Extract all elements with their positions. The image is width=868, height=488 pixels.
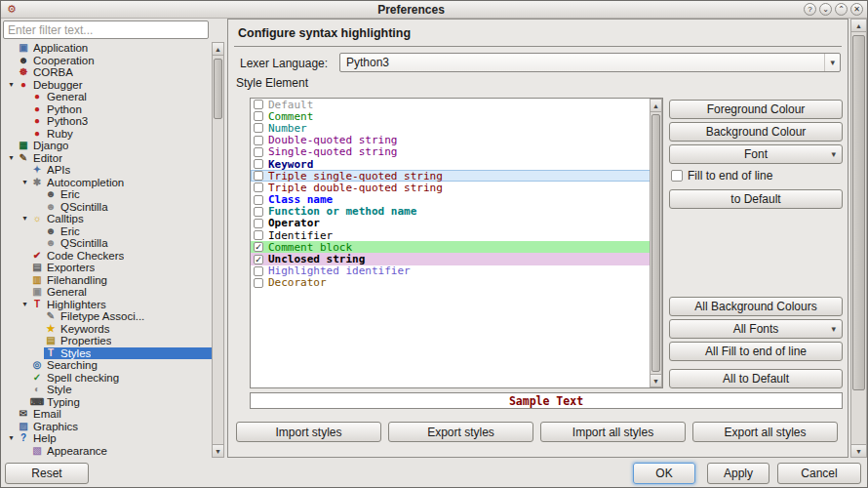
- sidebar-item-filetype-associ[interactable]: ✎Filetype Associ...: [3, 310, 212, 323]
- style-list-scrollbar[interactable]: ▲ ▼: [650, 99, 662, 387]
- scroll-up-icon[interactable]: ▲: [651, 100, 661, 112]
- sidebar-item-code-checkers[interactable]: ✔Code Checkers: [3, 250, 212, 263]
- sidebar-item-apis[interactable]: ✦APIs: [3, 164, 212, 177]
- scroll-down-icon[interactable]: ▼: [651, 374, 661, 386]
- sidebar-item-spell-checking[interactable]: ✓Spell checking: [3, 372, 212, 385]
- style-row-default[interactable]: Default: [251, 99, 662, 110]
- style-row-number[interactable]: Number: [251, 122, 662, 134]
- import-styles-button[interactable]: Import styles: [236, 422, 381, 442]
- style-row-function-or-method-name[interactable]: Function or method name: [251, 206, 662, 218]
- expander-icon[interactable]: ▾: [6, 152, 17, 164]
- style-checkbox[interactable]: [254, 123, 263, 133]
- list-scrollbar-thumb[interactable]: [651, 114, 660, 372]
- style-checkbox[interactable]: ✓: [254, 255, 263, 264]
- style-row-triple-double-quoted-string[interactable]: Triple double-quoted string: [251, 182, 662, 193]
- sidebar-item-searching[interactable]: ◎Searching: [3, 359, 212, 372]
- style-row-highlighted-identifier[interactable]: Highlighted identifier: [251, 265, 662, 277]
- main-scrollbar[interactable]: ▲ ▼: [850, 19, 867, 458]
- scroll-up-icon[interactable]: ▲: [213, 43, 223, 56]
- help-button[interactable]: ?: [804, 3, 816, 16]
- sidebar-item-autocompletion[interactable]: ▾✱Autocompletion: [3, 177, 212, 189]
- style-row-decorator[interactable]: Decorator: [251, 277, 662, 289]
- sidebar-item-typing[interactable]: ⌨Typing: [3, 396, 212, 409]
- sidebar-item-general[interactable]: ▣General: [3, 286, 212, 299]
- style-checkbox[interactable]: [254, 111, 263, 121]
- expander-icon[interactable]: ▾: [6, 432, 17, 444]
- expander-icon[interactable]: ▾: [20, 299, 30, 310]
- style-row-comment[interactable]: Comment: [251, 110, 662, 122]
- scroll-down-icon[interactable]: ▼: [851, 444, 866, 457]
- sidebar-item-keywords[interactable]: ★Keywords: [3, 323, 212, 336]
- expander-icon[interactable]: ▾: [20, 177, 30, 188]
- filter-input[interactable]: [3, 20, 209, 39]
- sidebar-item-styles[interactable]: TStyles: [3, 347, 212, 360]
- sidebar-item-ruby[interactable]: ●Ruby: [3, 128, 212, 141]
- scroll-up-icon[interactable]: ▲: [851, 20, 866, 32]
- all-background-colours-button[interactable]: All Background Colours: [669, 297, 843, 316]
- scroll-down-icon[interactable]: ▼: [213, 444, 223, 457]
- style-checkbox[interactable]: ✓: [254, 242, 263, 252]
- ok-button[interactable]: OK: [633, 463, 695, 484]
- sidebar-item-python3[interactable]: ●Python3: [3, 115, 212, 128]
- expander-icon[interactable]: ▾: [6, 79, 17, 91]
- tree-scrollbar[interactable]: ▲ ▼: [212, 42, 224, 458]
- tree-scrollbar-thumb[interactable]: [214, 59, 222, 119]
- fill-to-end-checkbox[interactable]: [671, 170, 683, 182]
- style-checkbox[interactable]: [254, 195, 263, 205]
- style-checkbox[interactable]: [254, 100, 263, 109]
- import-all-styles-button[interactable]: Import all styles: [540, 422, 686, 442]
- all-to-default-button[interactable]: All to Default: [669, 369, 843, 388]
- titlebar[interactable]: ⚙ Preferences ?⌄⌃✕: [1, 1, 867, 19]
- style-checkbox[interactable]: [254, 159, 263, 169]
- sidebar-item-exporters[interactable]: ▤Exporters: [3, 262, 212, 274]
- maximize-button[interactable]: ⌃: [835, 3, 848, 16]
- sidebar-item-application[interactable]: ▣Application: [3, 42, 212, 55]
- apply-button[interactable]: Apply: [707, 463, 769, 484]
- sidebar-item-filehandling[interactable]: ▥Filehandling: [3, 274, 212, 287]
- style-checkbox[interactable]: [254, 278, 263, 288]
- style-checkbox[interactable]: [254, 219, 263, 228]
- reset-button[interactable]: Reset: [5, 463, 89, 484]
- all-fonts-button[interactable]: All Fonts ▾: [669, 319, 843, 339]
- sidebar-item-appearance[interactable]: ▧Appearance: [3, 445, 212, 458]
- foreground-colour-button[interactable]: Foreground Colour: [669, 100, 843, 119]
- sidebar-item-debugger[interactable]: ▾●Debugger: [3, 79, 212, 92]
- style-row-identifier[interactable]: Identifier: [251, 229, 662, 241]
- style-checkbox[interactable]: [254, 136, 263, 145]
- sidebar-item-highlighters[interactable]: ▾THighlighters: [3, 299, 212, 311]
- style-row-comment-block[interactable]: ✓Comment block: [251, 241, 662, 253]
- sidebar-item-qscintilla[interactable]: ☻QScintilla: [3, 201, 212, 214]
- main-scrollbar-thumb[interactable]: [852, 35, 865, 390]
- minimize-button[interactable]: ⌄: [819, 3, 832, 16]
- sidebar-item-corba[interactable]: ☸CORBA: [3, 66, 212, 79]
- sidebar-item-calltips[interactable]: ▾☼Calltips: [3, 213, 212, 225]
- sidebar-item-email[interactable]: ✉Email: [3, 408, 212, 421]
- style-checkbox[interactable]: [254, 207, 263, 217]
- style-checkbox[interactable]: [254, 147, 263, 157]
- cancel-button[interactable]: Cancel: [777, 463, 861, 484]
- fill-to-end-option[interactable]: Fill to end of line: [671, 169, 772, 183]
- sidebar-item-django[interactable]: ▦Django: [3, 140, 212, 152]
- style-row-triple-single-quoted-string[interactable]: Triple single-quoted string: [251, 170, 662, 182]
- sidebar-item-help[interactable]: ▾?Help: [3, 432, 212, 445]
- background-colour-button[interactable]: Background Colour: [669, 122, 843, 142]
- font-button[interactable]: Font ▾: [669, 144, 843, 164]
- export-styles-button[interactable]: Export styles: [388, 422, 533, 442]
- sidebar-item-style[interactable]: ◐Style: [3, 384, 212, 396]
- sidebar-item-properties[interactable]: ▤Properties: [3, 335, 212, 347]
- sidebar-item-python[interactable]: ●Python: [3, 103, 212, 116]
- style-checkbox[interactable]: [254, 171, 263, 181]
- style-row-class-name[interactable]: Class name: [251, 194, 662, 206]
- lexer-language-select[interactable]: Python3 ▾: [339, 53, 841, 72]
- sidebar-item-general[interactable]: ●General: [3, 91, 212, 103]
- style-checkbox[interactable]: [254, 183, 263, 192]
- style-row-unclosed-string[interactable]: ✓Unclosed string: [251, 253, 662, 264]
- sidebar-item-graphics[interactable]: ▨Graphics: [3, 421, 212, 433]
- style-row-single-quoted-string[interactable]: Single-quoted string: [251, 146, 662, 158]
- style-row-keyword[interactable]: Keyword: [251, 158, 662, 170]
- style-row-operator[interactable]: Operator: [251, 218, 662, 229]
- expander-icon[interactable]: ▾: [20, 213, 30, 224]
- style-checkbox[interactable]: [254, 230, 263, 240]
- sidebar-item-eric[interactable]: ☻Eric: [3, 188, 212, 201]
- style-checkbox[interactable]: [254, 266, 263, 276]
